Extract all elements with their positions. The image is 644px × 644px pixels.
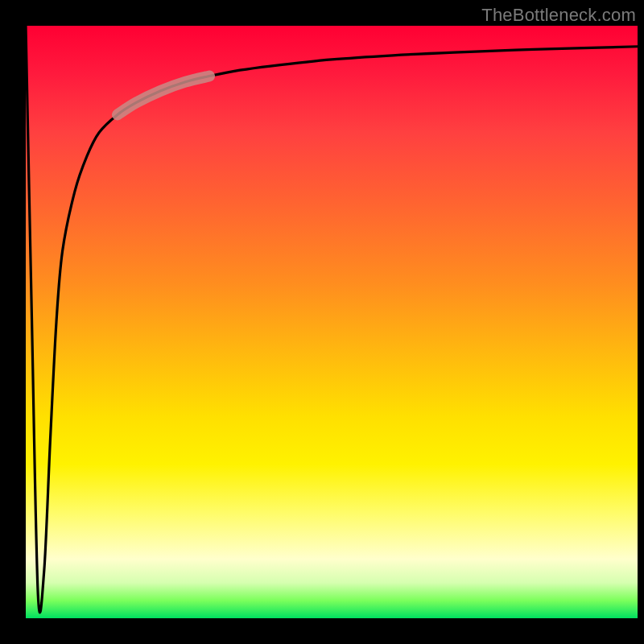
chart-frame: TheBottleneck.com xyxy=(0,0,644,644)
bottleneck-curve xyxy=(26,26,638,618)
curve-highlight xyxy=(118,76,209,115)
plot-area xyxy=(26,26,638,618)
watermark-text: TheBottleneck.com xyxy=(481,5,636,26)
curve-group xyxy=(26,26,638,613)
